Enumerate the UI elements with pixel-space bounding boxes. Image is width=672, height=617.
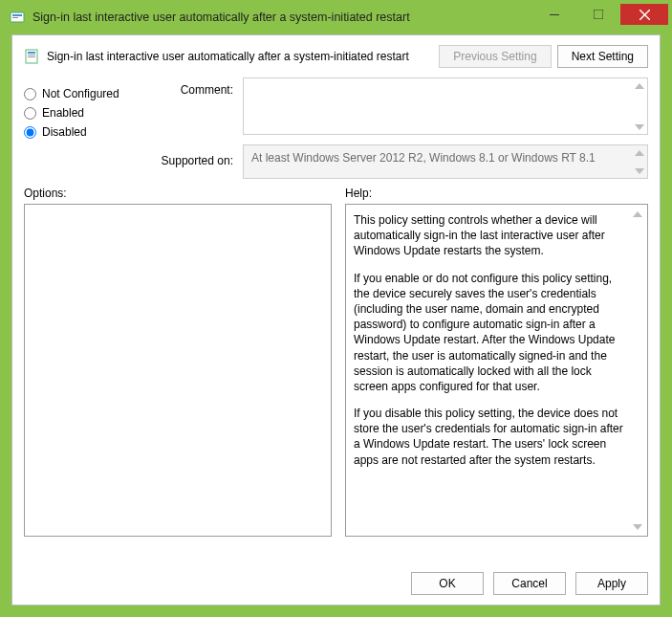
supported-on-label: Supported on: (155, 144, 241, 179)
help-pane: This policy setting controls whether a d… (345, 204, 648, 537)
maximize-button[interactable] (576, 4, 620, 25)
svg-rect-2 (12, 17, 18, 18)
dialog-client-area: Sign-in last interactive user automatica… (11, 34, 661, 606)
app-icon (10, 10, 25, 25)
apply-button[interactable]: Apply (575, 572, 648, 595)
scroll-up-icon[interactable] (632, 209, 643, 219)
next-setting-button[interactable]: Next Setting (557, 45, 648, 68)
radio-disabled[interactable]: Disabled (24, 125, 153, 139)
help-text: This policy setting controls whether a d… (354, 212, 626, 528)
svg-marker-13 (635, 150, 644, 156)
scroll-down-icon[interactable] (632, 521, 643, 532)
radio-not-configured-label: Not Configured (42, 87, 119, 100)
options-pane (24, 204, 332, 537)
help-section-label: Help: (345, 187, 372, 200)
scroll-down-icon (634, 121, 645, 132)
comment-textarea[interactable] (243, 77, 648, 135)
help-paragraph: This policy setting controls whether a d… (354, 212, 626, 259)
help-paragraph: If you enable or do not configure this p… (354, 271, 626, 395)
supported-on-box: At least Windows Server 2012 R2, Windows… (243, 144, 648, 179)
svg-rect-3 (550, 14, 559, 15)
svg-marker-11 (635, 83, 644, 89)
previous-setting-button: Previous Setting (439, 45, 551, 68)
policy-icon (24, 48, 41, 65)
svg-rect-1 (12, 14, 22, 16)
gpedit-policy-dialog: Sign-in last interactive user automatica… (4, 4, 668, 613)
comment-label: Comment: (155, 77, 241, 144)
svg-rect-10 (28, 56, 35, 57)
radio-disabled-input[interactable] (24, 126, 36, 139)
scroll-up-icon (634, 147, 645, 158)
radio-enabled-label: Enabled (42, 106, 84, 120)
svg-rect-4 (594, 10, 603, 19)
titlebar[interactable]: Sign-in last interactive user automatica… (4, 4, 668, 31)
radio-not-configured[interactable]: Not Configured (24, 87, 153, 100)
svg-rect-9 (28, 55, 35, 55)
scroll-up-icon (634, 80, 645, 91)
close-button[interactable] (620, 4, 668, 25)
svg-marker-12 (635, 124, 644, 130)
radio-not-configured-input[interactable] (24, 88, 36, 100)
cancel-button[interactable]: Cancel (493, 572, 566, 595)
radio-disabled-label: Disabled (42, 125, 87, 139)
policy-heading: Sign-in last interactive user automatica… (47, 50, 439, 63)
svg-marker-15 (633, 211, 642, 217)
scroll-down-icon (634, 165, 645, 176)
minimize-button[interactable] (532, 4, 576, 25)
state-radio-group: Not Configured Enabled Disabled (24, 77, 153, 144)
ok-button[interactable]: OK (411, 572, 484, 595)
svg-rect-8 (28, 52, 35, 54)
svg-marker-16 (633, 524, 642, 530)
help-paragraph: If you disable this policy setting, the … (354, 406, 626, 468)
radio-enabled[interactable]: Enabled (24, 106, 153, 120)
options-section-label: Options: (24, 187, 332, 200)
radio-enabled-input[interactable] (24, 107, 36, 120)
supported-on-text: At least Windows Server 2012 R2, Windows… (251, 151, 596, 165)
svg-marker-14 (635, 168, 644, 174)
